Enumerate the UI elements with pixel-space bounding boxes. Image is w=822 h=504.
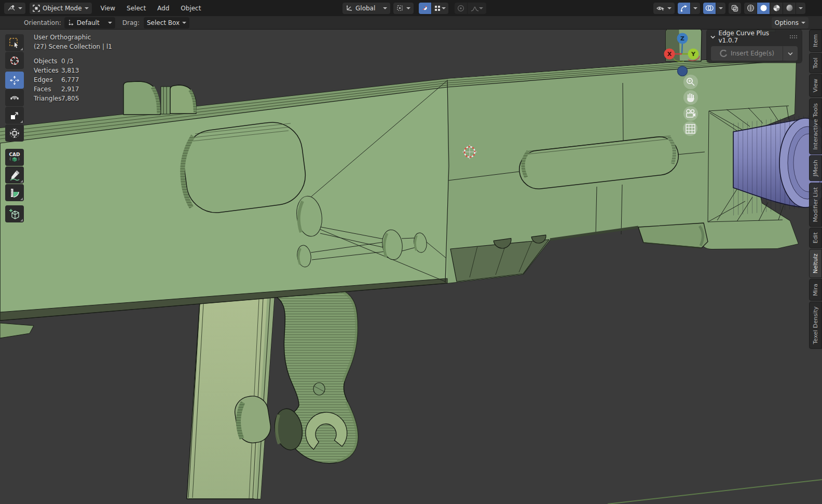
transform-orientation-label: Global	[355, 5, 375, 12]
model-oval-recess	[180, 119, 309, 216]
gizmo-z-label: Z	[680, 35, 684, 42]
mode-select-label: Object Mode	[43, 5, 82, 12]
orientation-axes-icon	[346, 5, 353, 11]
annotate-pencil-icon	[9, 170, 20, 181]
tab-jmesh[interactable]: JMesh	[809, 155, 822, 181]
model-suppressor	[731, 115, 822, 216]
mode-select-dropdown[interactable]: Object Mode	[30, 3, 92, 14]
tool-rotate[interactable]	[5, 89, 24, 106]
gizmo-z-axis[interactable]: Z	[677, 33, 688, 44]
cad-sketcher-icon: CAD	[8, 151, 21, 164]
chevron-down-icon	[788, 52, 793, 55]
show-gizmo-toggle[interactable]	[678, 3, 690, 14]
xray-toggle[interactable]	[729, 3, 741, 14]
stat-triangles: Triangles7,805	[34, 94, 112, 103]
snap-settings-dropdown[interactable]	[432, 3, 448, 14]
gizmo-y-label: Y	[691, 51, 696, 58]
tab-modifier-list[interactable]: Modifier List	[809, 183, 822, 227]
show-overlays-dropdown[interactable]	[716, 3, 725, 14]
shading-rendered-button[interactable]	[783, 3, 796, 14]
shading-material-button[interactable]	[770, 3, 783, 14]
cursor-tool-icon	[9, 55, 20, 66]
proportional-falloff-dropdown[interactable]	[468, 3, 486, 14]
tab-edit[interactable]: Edit	[809, 228, 822, 248]
orientation-label: Orientation:	[24, 19, 61, 26]
gizmo-minus-z-axis[interactable]	[678, 66, 688, 76]
tab-texel-density[interactable]: Texel Density	[809, 302, 822, 349]
options-label: Options	[775, 19, 799, 26]
gizmo-y-axis[interactable]: Y	[688, 49, 699, 60]
transform-tool-icon	[9, 128, 20, 139]
proportional-editing-icon	[457, 5, 464, 12]
insert-edges-label: Insert Edge(s)	[731, 50, 774, 57]
viewport-3d[interactable]: Z X Y	[0, 0, 822, 504]
select-box-icon	[9, 37, 20, 49]
insert-edges-dropdown[interactable]	[783, 46, 798, 61]
camera-view-icon[interactable]	[683, 106, 698, 121]
viewport-stats-overlay: User Orthographic (27) Scene Collection …	[34, 33, 112, 103]
menu-select[interactable]: Select	[121, 0, 152, 16]
transform-orientation-dropdown[interactable]: Global	[342, 3, 390, 14]
drag-label: Drag:	[122, 19, 140, 26]
snap-target-icon	[435, 6, 440, 11]
model-grip	[187, 287, 275, 499]
visibility-eye-icon	[656, 5, 665, 11]
drag-dropdown[interactable]: Select Box	[144, 17, 189, 29]
show-overlays-icon	[705, 5, 714, 11]
rotate-tool-icon	[9, 92, 20, 104]
falloff-curve-icon	[471, 5, 479, 11]
scene-context: (27) Scene Collection | l1	[34, 42, 112, 51]
grid-toggle-icon[interactable]	[683, 121, 697, 136]
orientation-dropdown[interactable]: Default	[64, 17, 115, 29]
insert-edges-button[interactable]: Insert Edge(s)	[711, 46, 798, 61]
tab-item[interactable]: Item	[809, 30, 822, 52]
orientation-value: Default	[77, 19, 100, 26]
pivot-point-dropdown[interactable]	[393, 3, 414, 14]
tool-select-box[interactable]	[5, 34, 24, 51]
pivot-point-icon	[396, 5, 404, 11]
show-overlays-toggle[interactable]	[703, 3, 716, 14]
zoom-icon[interactable]	[683, 75, 698, 89]
tool-cad-sketcher[interactable]: CAD	[5, 149, 24, 166]
visibility-dropdown[interactable]	[653, 3, 675, 14]
shading-rendered-icon	[786, 4, 793, 12]
shading-wireframe-button[interactable]	[744, 3, 757, 14]
shading-solid-icon	[760, 4, 768, 12]
editor-type-button[interactable]	[4, 3, 25, 14]
tool-move[interactable]	[5, 72, 24, 89]
pan-hand-icon[interactable]	[683, 90, 698, 105]
cad-label: CAD	[9, 152, 20, 157]
panel-drag-grip[interactable]	[789, 35, 798, 39]
tool-cursor[interactable]	[5, 52, 24, 69]
menu-view[interactable]: View	[95, 0, 121, 16]
shading-wireframe-icon	[747, 4, 755, 12]
tool-measure[interactable]	[5, 184, 24, 201]
stat-vertices: Vertices3,813	[34, 66, 112, 75]
tab-view[interactable]: View	[809, 74, 822, 97]
proportional-editing-button[interactable]	[455, 3, 467, 14]
tool-scale[interactable]	[5, 107, 24, 124]
stat-objects: Objects0 /3	[34, 57, 112, 66]
drag-value: Select Box	[147, 19, 180, 26]
snap-toggle-button[interactable]	[419, 3, 431, 14]
menu-object[interactable]: Object	[175, 0, 207, 16]
tool-annotate[interactable]	[5, 166, 24, 184]
tool-transform[interactable]	[5, 124, 24, 142]
options-dropdown[interactable]: Options	[772, 17, 809, 29]
shading-solid-button[interactable]	[757, 3, 770, 14]
show-gizmo-icon	[680, 5, 688, 12]
tab-mira[interactable]: Mira	[809, 279, 822, 301]
show-gizmo-dropdown[interactable]	[691, 3, 700, 14]
gizmo-x-axis[interactable]: X	[664, 49, 675, 60]
tab-interactive-tools[interactable]: Interactive Tools	[809, 99, 822, 155]
tool-add-cube[interactable]	[5, 205, 24, 222]
panel-collapse-chevron-icon[interactable]	[710, 35, 715, 39]
tab-tool[interactable]: Tool	[809, 53, 822, 73]
xray-toggle-icon	[731, 5, 738, 12]
object-mode-icon	[33, 5, 40, 12]
shading-dropdown[interactable]	[796, 3, 805, 14]
stat-edges: Edges6,777	[34, 75, 112, 85]
panel-title: Edge Curve Plus v1.0.7	[718, 30, 786, 44]
menu-add[interactable]: Add	[152, 0, 175, 16]
tab-neltulz[interactable]: Neltulz	[809, 249, 822, 278]
